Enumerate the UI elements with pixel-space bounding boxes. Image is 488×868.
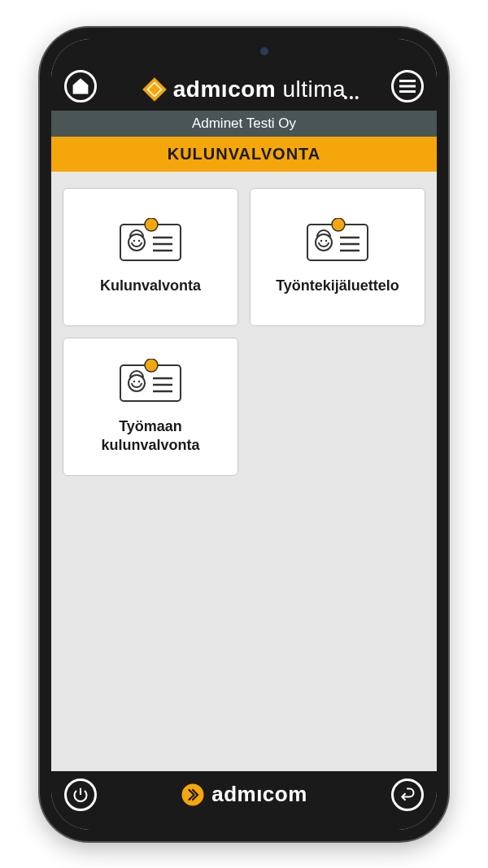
company-bar: Adminet Testi Oy [51, 111, 437, 137]
phone-notch [159, 39, 329, 63]
svg-point-28 [145, 359, 158, 372]
svg-rect-2 [399, 80, 416, 82]
svg-point-7 [133, 240, 135, 242]
id-card-icon [119, 359, 182, 403]
back-icon [399, 787, 416, 803]
company-name: Adminet Testi Oy [192, 116, 296, 131]
app-footer: admıcom [51, 771, 437, 830]
section-title: KULUNVALVONTA [168, 145, 321, 163]
phone-frame: admıcom ultima ••• Adminet Testi Oy KULU… [40, 28, 448, 841]
svg-point-16 [325, 240, 327, 242]
screen: admıcom ultima ••• Adminet Testi Oy KULU… [51, 39, 437, 830]
footer-brand: admıcom [181, 782, 307, 807]
svg-point-20 [332, 218, 345, 231]
ellipsis-icon: ••• [343, 91, 360, 104]
svg-point-15 [320, 240, 322, 242]
svg-rect-3 [399, 85, 416, 87]
svg-rect-0 [142, 77, 167, 102]
svg-rect-4 [399, 90, 416, 93]
svg-point-24 [138, 381, 140, 382]
svg-point-12 [145, 218, 158, 231]
home-icon [72, 77, 89, 95]
home-button[interactable] [64, 70, 97, 103]
brand: admıcom ultima ••• [142, 76, 346, 103]
id-card-icon [306, 218, 369, 262]
card-tyontekijaluettelo[interactable]: Työntekijäluettelo [250, 188, 425, 326]
card-label: Työmaan kulunvalvonta [72, 417, 229, 454]
section-title-bar: KULUNVALVONTA [51, 137, 437, 172]
brand-light: ultima [283, 76, 346, 102]
power-button[interactable] [64, 779, 97, 811]
svg-point-8 [138, 240, 140, 242]
hamburger-icon [399, 80, 416, 93]
camera-dot [260, 47, 268, 55]
brand-bold: admıcom [173, 76, 276, 102]
svg-point-23 [133, 381, 135, 382]
footer-brand-text: admıcom [211, 782, 307, 807]
brand-text: admıcom ultima [173, 76, 346, 103]
card-label: Kulunvalvonta [100, 277, 201, 295]
brand-logo-icon [142, 77, 167, 102]
power-icon [72, 787, 89, 803]
id-card-icon [119, 218, 182, 262]
card-label: Työntekijäluettelo [276, 277, 399, 295]
card-tyomaan-kulunvalvonta[interactable]: Työmaan kulunvalvonta [63, 338, 238, 476]
card-kulunvalvonta[interactable]: Kulunvalvonta [63, 188, 238, 326]
footer-logo-icon [181, 783, 205, 807]
card-grid: Kulunvalvonta Työntekijäluettelo [51, 172, 437, 771]
back-button[interactable] [391, 779, 424, 811]
menu-button[interactable] [391, 70, 424, 103]
